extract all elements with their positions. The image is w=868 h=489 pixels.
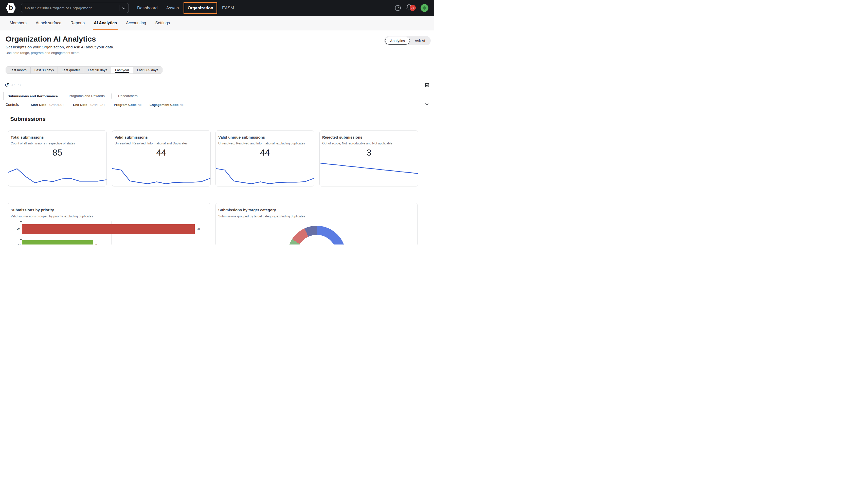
toggle-ask-ai[interactable]: Ask AI — [410, 37, 430, 44]
card-title: Total submissions — [11, 135, 44, 139]
axis-label-p1: P1 — [11, 227, 21, 231]
page-subtitle: Get insights on your Organization, and A… — [6, 45, 114, 50]
app-window: b Go to Security Program or Engagement D… — [0, 0, 434, 244]
sparkline-chart — [216, 162, 314, 185]
bar-p1[interactable] — [22, 224, 195, 234]
bar-chart-plot: 20 8 — [22, 222, 200, 244]
filter-start-date[interactable]: Start Date2024/01/01 — [31, 103, 64, 107]
card-title: Valid unique submissions — [218, 135, 265, 139]
axis-tick — [20, 239, 22, 240]
card-description: Unresolved, Resolved and Informational, … — [218, 142, 305, 145]
help-icon[interactable]: ? — [395, 5, 401, 11]
card-title: Valid submissions — [115, 135, 148, 139]
controls-bar[interactable]: Controls Start Date2024/01/01 End Date20… — [0, 101, 434, 109]
controls-label: Controls — [6, 103, 19, 107]
bar-p4[interactable] — [22, 240, 93, 244]
tab-researchers[interactable]: Researchers — [112, 92, 144, 100]
bar-value-label: 8 — [95, 243, 97, 244]
filter-last-30-days[interactable]: Last 30 days — [31, 67, 58, 73]
tab-separator — [144, 94, 144, 99]
search-placeholder: Go to Security Program or Engagement — [25, 6, 117, 10]
header-actions: ? 77 — [395, 4, 428, 12]
refresh-icon[interactable]: ↺ — [5, 83, 9, 88]
sparkline-chart — [112, 162, 210, 185]
date-range-filter: Last month Last 30 days Last quarter Las… — [6, 66, 162, 74]
donut-chart[interactable] — [287, 226, 346, 244]
card-valid-unique-submissions: Valid unique submissions Unresolved, Res… — [215, 130, 314, 187]
filter-last-year[interactable]: Last year — [111, 67, 133, 73]
card-description: Unresolved, Resolved, Informational and … — [115, 142, 188, 145]
nav-easm[interactable]: EASM — [218, 6, 238, 10]
filter-last-365-days[interactable]: Last 365 days — [133, 67, 162, 73]
report-tabs: Submissions and Performance Programs and… — [3, 92, 144, 100]
card-value: 3 — [320, 148, 418, 158]
tab-submissions-and-performance[interactable]: Submissions and Performance — [3, 92, 62, 100]
chart-title: Submissions by target category — [218, 208, 276, 212]
tab-ai-analytics[interactable]: AI Analytics — [89, 16, 121, 30]
card-total-submissions: Total submissions Count of all submissio… — [8, 130, 107, 187]
mode-toggle: Analytics Ask AI — [384, 36, 431, 45]
chart-title: Submissions by priority — [11, 208, 54, 212]
card-description: Out of scope, Not reproducible and Not a… — [322, 142, 393, 145]
filter-end-date[interactable]: End Date2024/12/31 — [73, 103, 105, 107]
chart-subtitle: Submissions grouped by target category, … — [218, 215, 305, 218]
program-search-combobox[interactable]: Go to Security Program or Engagement — [21, 3, 129, 13]
nav-organization[interactable]: Organization — [184, 2, 217, 14]
chevron-down-icon[interactable] — [122, 7, 125, 9]
section-title: Submissions — [10, 116, 45, 122]
chevron-down-icon[interactable] — [425, 103, 429, 106]
card-submissions-by-priority: Submissions by priority Valid submission… — [8, 203, 210, 244]
tab-reports[interactable]: Reports — [66, 16, 89, 30]
card-value: 44 — [112, 148, 210, 158]
page-hint: Use date range, program and engagement f… — [6, 51, 80, 55]
app-header: b Go to Security Program or Engagement D… — [0, 0, 434, 16]
tab-attack-surface[interactable]: Attack surface — [31, 16, 66, 30]
filter-engagement-code[interactable]: Engagement CodeAll — [150, 103, 184, 107]
bugcrowd-logo[interactable]: b — [6, 3, 16, 13]
filter-last-quarter[interactable]: Last quarter — [58, 67, 84, 73]
avatar-glyph — [422, 6, 427, 10]
card-submissions-by-target-category: Submissions by target category Submissio… — [215, 203, 417, 244]
notifications-button[interactable]: 77 — [406, 4, 415, 12]
gridline — [200, 222, 200, 244]
org-tabbar: Members Attack surface Reports AI Analyt… — [0, 16, 434, 30]
bar-row-p1: 20 — [22, 224, 200, 234]
download-icon[interactable] — [425, 83, 429, 87]
axis-label-p4: P4 — [11, 243, 21, 244]
tab-settings[interactable]: Settings — [151, 16, 175, 30]
notification-badge: 77 — [410, 5, 416, 11]
header-nav: Dashboard Assets Organization EASM — [133, 2, 238, 14]
card-valid-submissions: Valid submissions Unresolved, Resolved, … — [112, 130, 211, 187]
nav-dashboard[interactable]: Dashboard — [133, 6, 162, 10]
tab-accounting[interactable]: Accounting — [121, 16, 151, 30]
main-content: Organization AI Analytics Get insights o… — [0, 30, 434, 244]
filter-program-code[interactable]: Program CodeAll — [114, 103, 142, 107]
sparkline-chart — [320, 162, 418, 185]
filter-last-90-days[interactable]: Last 90 days — [84, 67, 111, 73]
nav-assets[interactable]: Assets — [162, 6, 183, 10]
card-value: 44 — [216, 148, 314, 158]
redo-icon: ↷ — [18, 83, 22, 88]
page-title: Organization AI Analytics — [6, 34, 96, 44]
sparkline-chart — [8, 162, 106, 185]
tab-programs-and-rewards[interactable]: Programs and Rewards — [62, 92, 111, 100]
bar-row-p4: 8 — [22, 240, 200, 244]
card-description: Count of all submissions irrespective of… — [11, 142, 75, 145]
tab-members[interactable]: Members — [5, 16, 31, 30]
bar-value-label: 20 — [197, 228, 200, 231]
axis-tick — [20, 222, 22, 222]
card-rejected-submissions: Rejected submissions Out of scope, Not r… — [319, 130, 418, 187]
toggle-analytics[interactable]: Analytics — [385, 37, 410, 44]
card-title: Rejected submissions — [322, 135, 362, 139]
undo-icon: ↶ — [11, 83, 15, 88]
user-avatar[interactable] — [421, 4, 428, 12]
card-value: 85 — [8, 148, 106, 158]
chart-subtitle: Valid submissions grouped by priority, e… — [11, 215, 93, 218]
filter-last-month[interactable]: Last month — [6, 67, 31, 73]
